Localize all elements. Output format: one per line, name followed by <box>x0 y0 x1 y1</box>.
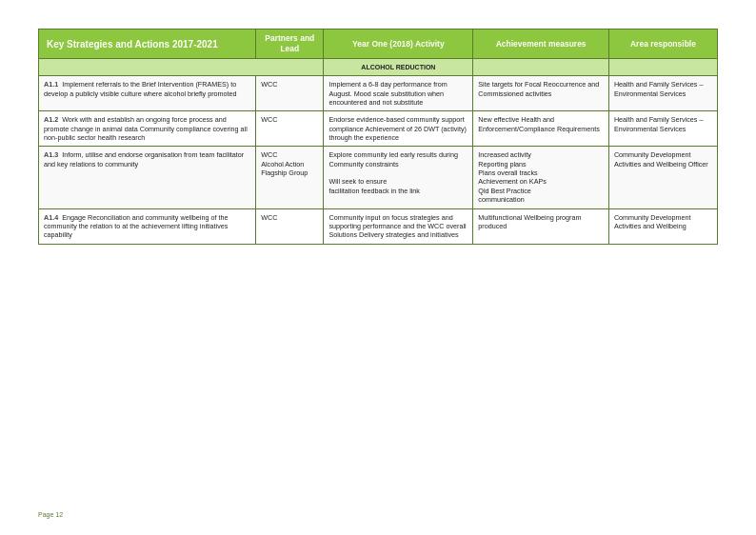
table-row: A1.4 Engage Reconciliation and community… <box>39 208 718 244</box>
header-activity: Year One (2018) Activity <box>324 30 473 59</box>
row3-activity: Explore community led early results duri… <box>324 147 473 208</box>
row4-achievement: Multifunctional Wellbeing program produc… <box>473 208 609 244</box>
subheader-empty <box>39 59 324 76</box>
row3-strategy: A1.3 Inform, utilise and endorse organis… <box>39 147 256 208</box>
row1-id: A1.1 <box>44 80 58 89</box>
header-partners: Partners and Lead <box>256 30 324 59</box>
row1-achievement: Site targets for Focal Reoccurrence and … <box>473 76 609 111</box>
row3-area: Community Development Activities and Wel… <box>608 147 717 208</box>
page-number: Page 12 <box>38 511 63 518</box>
subheader-empty3 <box>608 59 717 76</box>
row3-id: A1.3 <box>44 150 58 159</box>
table-row: A1.2 Work with and establish an ongoing … <box>39 111 718 147</box>
row2-activity: Endorse evidence-based community support… <box>324 111 473 147</box>
row4-strategy-text: Engage Reconciliation and community well… <box>44 213 228 240</box>
row3-strategy-text: Inform, utilise and endorse organisation… <box>44 150 244 168</box>
page-wrapper: Key Strategies and Actions 2017-2021 Par… <box>0 0 756 264</box>
row2-area: Health and Family Services – Environment… <box>608 111 717 147</box>
row1-area: Health and Family Services – Environment… <box>608 76 717 111</box>
table-row: A1.1 Implement referrals to the Brief In… <box>39 76 718 111</box>
row2-strategy: A1.2 Work with and establish an ongoing … <box>39 111 256 147</box>
main-table: Key Strategies and Actions 2017-2021 Par… <box>38 29 718 245</box>
table-row: A1.3 Inform, utilise and endorse organis… <box>39 147 718 208</box>
row4-partners: WCC <box>256 208 324 244</box>
row2-id: A1.2 <box>44 115 58 124</box>
row1-activity: Implement a 6-8 day performance from Aug… <box>324 76 473 111</box>
row4-activity: Community input on focus strategies and … <box>324 208 473 244</box>
row1-strategy: A1.1 Implement referrals to the Brief In… <box>39 76 256 111</box>
row1-strategy-text: Implement referrals to the Brief Interve… <box>44 80 237 97</box>
row2-partners: WCC <box>256 111 324 147</box>
row1-partners: WCC <box>256 76 324 111</box>
row4-area: Community Development Activities and Wel… <box>608 208 717 244</box>
header-strategies: Key Strategies and Actions 2017-2021 <box>39 30 256 59</box>
subheader-row: ALCOHOL REDUCTION <box>39 59 718 76</box>
subheader-empty2 <box>473 59 609 76</box>
row4-id: A1.4 <box>44 213 58 222</box>
row2-strategy-text: Work with and establish an ongoing force… <box>44 115 248 142</box>
header-achievement: Achievement measures <box>473 30 609 59</box>
row2-achievement: New effective Health and Enforcement/Com… <box>473 111 609 147</box>
page-footer: Page 12 <box>38 511 63 518</box>
header-area: Area responsible <box>608 30 717 59</box>
row4-strategy: A1.4 Engage Reconciliation and community… <box>39 208 256 244</box>
row3-partners: WCC Alcohol Action Flagship Group <box>256 147 324 208</box>
subheader-alcohol: ALCOHOL REDUCTION <box>324 59 473 76</box>
row3-achievement: Increased activity Reporting plans Plans… <box>473 147 609 208</box>
